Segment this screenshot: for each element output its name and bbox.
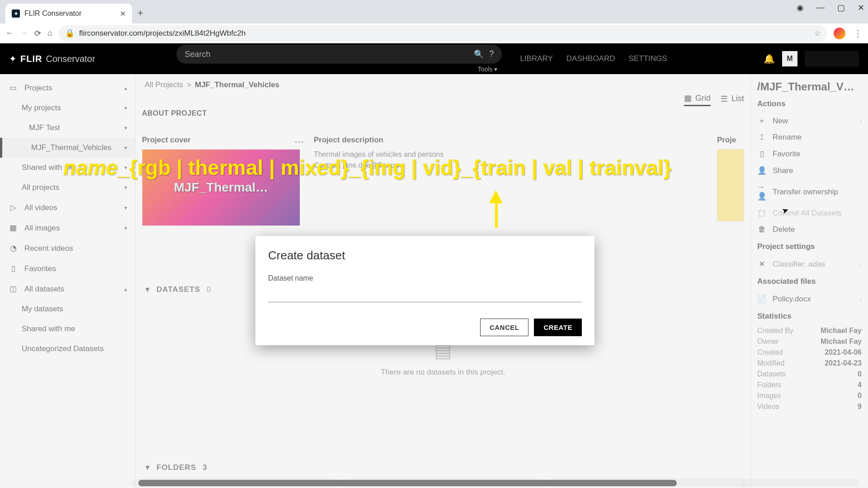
create-button[interactable]: CREATE: [534, 319, 582, 336]
browser-tab[interactable]: ✦ FLIR Conservator ✕: [5, 4, 132, 23]
home-icon[interactable]: ⌂: [47, 28, 52, 38]
breadcrumb-root[interactable]: All Projects: [145, 80, 183, 89]
chevron-down-icon[interactable]: ▾: [124, 125, 127, 131]
more-icon[interactable]: ⋯: [294, 136, 304, 148]
action-favorite[interactable]: ▯Favorite: [757, 145, 862, 162]
grid-icon: ▦: [684, 93, 692, 103]
back-icon[interactable]: ←: [5, 28, 14, 38]
tools-link[interactable]: Tools ▾: [176, 66, 497, 73]
datasets-count: 0: [207, 285, 211, 294]
sidebar-shared-datasets[interactable]: Shared with me: [0, 319, 135, 339]
sidebar-shared-projects[interactable]: Shared with me ▾: [0, 158, 135, 178]
nav-settings[interactable]: SETTINGS: [629, 54, 667, 63]
sidebar-item-label: All datasets: [24, 285, 64, 294]
chevron-right-icon: ›: [860, 118, 862, 124]
play-icon: ▷: [8, 203, 18, 212]
user-avatar[interactable]: M: [782, 51, 797, 66]
chevron-down-icon[interactable]: ▾: [124, 105, 127, 111]
action-share[interactable]: 👤Share: [757, 162, 862, 179]
cover-stamp: MJF_Thermal…: [174, 180, 269, 195]
menu-icon[interactable]: ⋮: [854, 28, 863, 39]
profile-avatar-icon[interactable]: [834, 28, 845, 39]
chevron-down-icon[interactable]: ▾: [124, 184, 127, 191]
chevron-down-icon[interactable]: ▾: [124, 225, 127, 231]
sidebar-all-datasets[interactable]: ◫ All datasets ▴: [0, 279, 135, 299]
close-icon: ✕: [757, 259, 766, 269]
top-nav: LIBRARY DASHBOARD SETTINGS: [520, 54, 667, 63]
nav-dashboard[interactable]: DASHBOARD: [566, 54, 615, 63]
app-logo[interactable]: ✦ FLIR Conservator: [9, 53, 95, 64]
desc-label: Project description: [314, 136, 703, 145]
sidebar-all-videos[interactable]: ▷ All videos ▾: [0, 197, 135, 218]
close-window-icon[interactable]: ✕: [858, 3, 864, 13]
search-input[interactable]: Search 🔍 ?: [176, 45, 502, 64]
search-icon[interactable]: 🔍: [474, 49, 484, 59]
assoc-file[interactable]: 📄Policy.docx›: [757, 291, 862, 307]
sidebar-mjf-thermal[interactable]: MJF_Thermal_Vehicles ▾: [0, 138, 135, 158]
panel-title: /MJF_Thermal_V…: [757, 80, 862, 93]
setting-classifier[interactable]: ✕Classifier: adas›: [757, 256, 862, 272]
cover-label: Project cover: [142, 136, 300, 145]
plus-icon: +: [757, 117, 766, 126]
action-label: Transfer ownership: [773, 188, 838, 197]
list-icon: ☰: [721, 94, 728, 104]
action-commit: ⬚Commit All Datasets: [757, 205, 862, 221]
star-icon[interactable]: ☆: [814, 28, 821, 38]
chevron-down-icon[interactable]: ▾: [124, 164, 127, 171]
folders-header: ▾ FOLDERS 3: [142, 458, 744, 477]
sort-icon[interactable]: ▾: [146, 463, 150, 472]
action-label: New: [773, 117, 788, 126]
project-cover[interactable]: MJF_Thermal… ⋯: [142, 149, 300, 226]
sidebar-item-label: Uncategorized Datasets: [22, 344, 104, 353]
view-grid[interactable]: ▦Grid: [684, 93, 711, 106]
sidebar-my-datasets[interactable]: My datasets: [0, 299, 135, 319]
transfer-icon: →👤: [757, 183, 766, 201]
project-tile-partial[interactable]: [717, 149, 744, 221]
action-rename[interactable]: 𝙸Rename: [757, 129, 862, 145]
chevron-down-icon[interactable]: ▾: [124, 205, 127, 211]
sidebar-mjf-test[interactable]: MJF Test ▾: [0, 118, 135, 138]
reload-icon[interactable]: ⟳: [34, 28, 41, 38]
bell-icon[interactable]: 🔔: [764, 53, 775, 64]
sort-icon[interactable]: ▾: [146, 285, 150, 294]
minimize-icon[interactable]: —: [816, 3, 825, 13]
scrollbar-thumb[interactable]: [138, 480, 677, 486]
sidebar-item-label: MJF Test: [29, 123, 60, 132]
close-tab-icon[interactable]: ✕: [120, 9, 126, 18]
maximize-icon[interactable]: ▢: [837, 3, 845, 13]
sidebar-my-projects[interactable]: My projects ▾: [0, 98, 135, 118]
logo-text-sub: Conservator: [46, 54, 95, 64]
action-new[interactable]: +New›: [757, 113, 862, 129]
dataset-name-input[interactable]: [268, 286, 582, 302]
nav-library[interactable]: LIBRARY: [520, 54, 552, 63]
url-text: flirconservator.com/projects/zxiML84t2Hg…: [79, 29, 245, 38]
lock-icon: 🔒: [65, 28, 75, 38]
folder-icon: ▭: [8, 83, 18, 93]
cancel-button[interactable]: CANCEL: [480, 319, 529, 336]
horizontal-scrollbar[interactable]: [131, 479, 859, 487]
sidebar-item-label: Shared with me: [22, 324, 75, 333]
view-list[interactable]: ☰List: [721, 94, 744, 106]
chevron-up-icon[interactable]: ▴: [124, 286, 127, 292]
person-icon: 👤: [757, 166, 766, 175]
sidebar-projects[interactable]: ▭ Projects ▴: [0, 78, 135, 98]
sidebar-favorites[interactable]: ▯ Favorites: [0, 258, 135, 279]
logo-mark-icon: ✦: [9, 53, 17, 64]
favicon-icon: ✦: [12, 9, 20, 18]
sidebar-recent-videos[interactable]: ◔ Recent videos: [0, 238, 135, 258]
help-icon[interactable]: ?: [489, 49, 494, 59]
window-controls: ◉ — ▢ ✕: [797, 3, 864, 13]
action-label: Delete: [773, 225, 795, 234]
new-tab-button[interactable]: +: [137, 7, 143, 19]
stat-row: Datasets0: [757, 369, 862, 380]
forward-icon[interactable]: →: [20, 28, 28, 38]
url-bar[interactable]: 🔒 flirconservator.com/projects/zxiML84t2…: [59, 25, 827, 42]
chevron-down-icon[interactable]: ▾: [124, 145, 127, 151]
chevron-up-icon[interactable]: ▴: [124, 85, 127, 91]
sidebar-uncategorized-datasets[interactable]: Uncategorized Datasets: [0, 339, 135, 359]
sidebar-all-projects[interactable]: All projects ▾: [0, 178, 135, 197]
action-delete[interactable]: 🗑Delete: [757, 221, 862, 238]
sidebar-item-label: MJF_Thermal_Vehicles: [31, 143, 112, 152]
action-transfer[interactable]: →👤Transfer ownership: [757, 179, 862, 205]
sidebar-all-images[interactable]: ▦ All images ▾: [0, 218, 135, 238]
